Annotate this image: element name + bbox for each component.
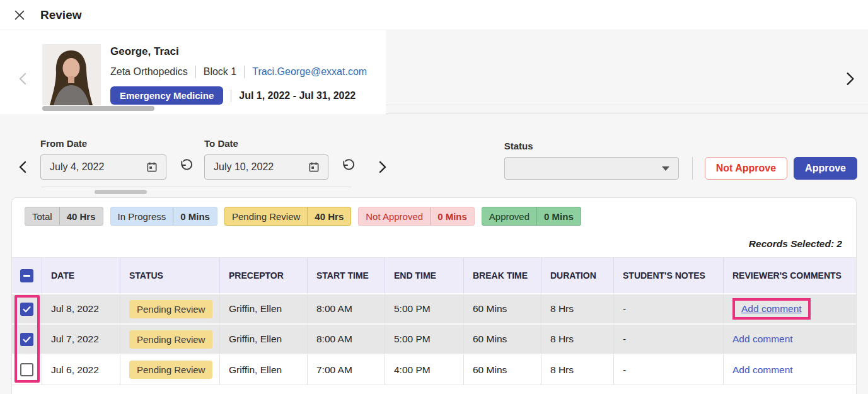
row-checkbox[interactable] xyxy=(20,303,33,316)
student-photo xyxy=(42,44,101,105)
timesheet-panel: Total 40 Hrs In Progress 0 Mins Pending … xyxy=(11,197,857,394)
timesheet-table: DATE STATUS PRECEPTOR START TIME END TIM… xyxy=(12,257,856,385)
table-row: Jul 6, 2022 Pending Review Griffin, Elle… xyxy=(12,355,856,385)
chip-label: Not Approved xyxy=(366,211,423,222)
add-comment-link[interactable]: Add comment xyxy=(732,333,793,344)
in-progress-chip: In Progress 0 Mins xyxy=(110,207,217,226)
cell-end-time: 4:00 PM xyxy=(385,355,464,385)
course-badge: Emergency Medicine xyxy=(110,86,223,105)
pending-review-chip: Pending Review 40 Hrs xyxy=(224,207,351,226)
filter-scrollbar[interactable] xyxy=(95,190,147,194)
summary-chips: Total 40 Hrs In Progress 0 Mins Pending … xyxy=(25,207,856,226)
from-date-reset-icon[interactable] xyxy=(176,155,195,177)
cell-start-time: 8:00 AM xyxy=(308,294,385,325)
previous-week-icon[interactable] xyxy=(14,156,33,178)
row-checkbox[interactable] xyxy=(20,363,33,376)
dialog-header: Review xyxy=(0,0,868,30)
divider xyxy=(195,66,196,78)
calendar-icon[interactable] xyxy=(146,161,158,173)
next-week-icon[interactable] xyxy=(373,156,391,178)
cell-preceptor: Griffin, Ellen xyxy=(220,294,308,325)
not-approved-chip: Not Approved 0 Mins xyxy=(358,207,475,226)
close-icon[interactable] xyxy=(11,7,28,23)
column-header-start-time: START TIME xyxy=(308,258,385,294)
cell-date: Jul 6, 2022 xyxy=(42,355,120,385)
student-name: George, Traci xyxy=(110,45,375,58)
previous-student-icon[interactable] xyxy=(14,69,33,88)
chip-value: 0 Mins xyxy=(437,211,467,222)
column-header-students-notes: STUDENT'S NOTES xyxy=(614,258,724,294)
cell-date: Jul 7, 2022 xyxy=(42,325,120,355)
status-badge: Pending Review xyxy=(129,330,212,349)
column-header-end-time: END TIME xyxy=(385,258,464,294)
chip-value: 0 Mins xyxy=(180,211,210,222)
cell-students-notes: - xyxy=(614,325,724,355)
select-all-checkbox[interactable] xyxy=(20,269,33,282)
add-comment-link[interactable]: Add comment xyxy=(741,303,802,314)
divider xyxy=(59,207,60,225)
column-header-break-time: BREAK TIME xyxy=(464,258,541,294)
student-email-link[interactable]: Traci.George@exxat.com xyxy=(252,66,367,78)
chip-value: 40 Hrs xyxy=(315,211,344,222)
student-site: Zeta Orthopedics xyxy=(110,66,188,78)
divider xyxy=(536,207,537,225)
cell-break-time: 60 Mins xyxy=(464,294,541,325)
chip-label: Approved xyxy=(489,211,529,222)
from-date-input[interactable]: July 4, 2022 xyxy=(40,154,166,180)
to-date-input[interactable]: July 10, 2022 xyxy=(204,154,328,180)
cell-date: Jul 8, 2022 xyxy=(42,294,120,325)
approve-button[interactable]: Approve xyxy=(794,157,857,180)
cell-duration: 8 Hrs xyxy=(541,355,614,385)
add-comment-link[interactable]: Add comment xyxy=(732,364,793,375)
cell-end-time: 5:00 PM xyxy=(385,294,464,325)
divider xyxy=(430,207,431,225)
status-badge: Pending Review xyxy=(129,300,212,318)
chip-value: 0 Mins xyxy=(544,211,574,222)
add-comment-highlight-box: Add comment xyxy=(732,298,811,320)
cell-preceptor: Griffin, Ellen xyxy=(220,355,308,385)
from-date-label: From Date xyxy=(40,138,166,149)
records-selected-count: Records Selected: 2 xyxy=(12,238,842,250)
cell-preceptor: Griffin, Ellen xyxy=(220,325,308,355)
column-header-date: DATE xyxy=(42,258,120,294)
to-date-label: To Date xyxy=(204,138,328,149)
chip-label: Pending Review xyxy=(232,211,300,222)
student-band: George, Traci Zeta Orthopedics Block 1 T… xyxy=(0,30,868,114)
cell-break-time: 60 Mins xyxy=(464,325,541,355)
chip-value: 40 Hrs xyxy=(67,211,96,222)
cell-end-time: 5:00 PM xyxy=(385,325,464,355)
calendar-icon[interactable] xyxy=(308,161,320,173)
student-card-scrollbar[interactable] xyxy=(42,106,386,111)
chip-label: Total xyxy=(32,211,52,222)
next-student-icon[interactable] xyxy=(840,69,859,88)
filter-bar: From Date July 4, 2022 To Date July 10, … xyxy=(0,114,868,197)
divider xyxy=(244,66,245,78)
row-checkbox[interactable] xyxy=(20,333,33,346)
table-row: Jul 8, 2022 Pending Review Griffin, Elle… xyxy=(12,294,856,325)
to-date-reset-icon[interactable] xyxy=(339,155,357,177)
chip-label: In Progress xyxy=(118,211,166,222)
cell-start-time: 8:00 AM xyxy=(308,325,385,355)
column-header-preceptor: PRECEPTOR xyxy=(220,258,308,294)
divider xyxy=(307,207,308,225)
from-date-value: July 4, 2022 xyxy=(50,161,146,173)
cell-duration: 8 Hrs xyxy=(541,294,614,325)
divider xyxy=(692,157,693,180)
divider xyxy=(173,207,173,225)
scrollbar-thumb[interactable] xyxy=(42,106,154,111)
cell-students-notes: - xyxy=(614,294,724,325)
not-approve-button[interactable]: Not Approve xyxy=(705,157,787,180)
cell-break-time: 60 Mins xyxy=(464,355,541,385)
cell-students-notes: - xyxy=(614,355,724,385)
status-label: Status xyxy=(504,141,679,151)
cell-duration: 8 Hrs xyxy=(541,325,614,355)
column-header-duration: DURATION xyxy=(541,258,614,294)
divider xyxy=(231,90,231,102)
page-title: Review xyxy=(40,8,81,22)
cell-start-time: 7:00 AM xyxy=(308,355,385,385)
timesheet-table-wrap: DATE STATUS PRECEPTOR START TIME END TIM… xyxy=(12,257,856,385)
status-select[interactable] xyxy=(504,157,679,180)
chevron-down-icon xyxy=(662,166,669,171)
student-block: Block 1 xyxy=(204,66,236,78)
status-badge: Pending Review xyxy=(129,361,212,379)
